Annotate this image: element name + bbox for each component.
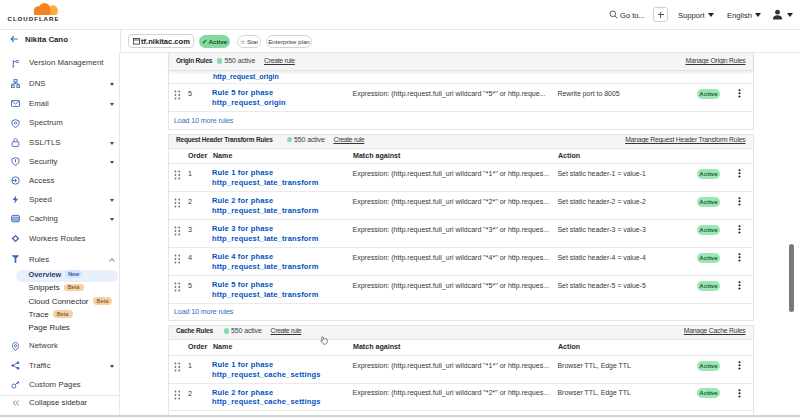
svg-text:CLOUDFLARE: CLOUDFLARE <box>8 15 60 22</box>
